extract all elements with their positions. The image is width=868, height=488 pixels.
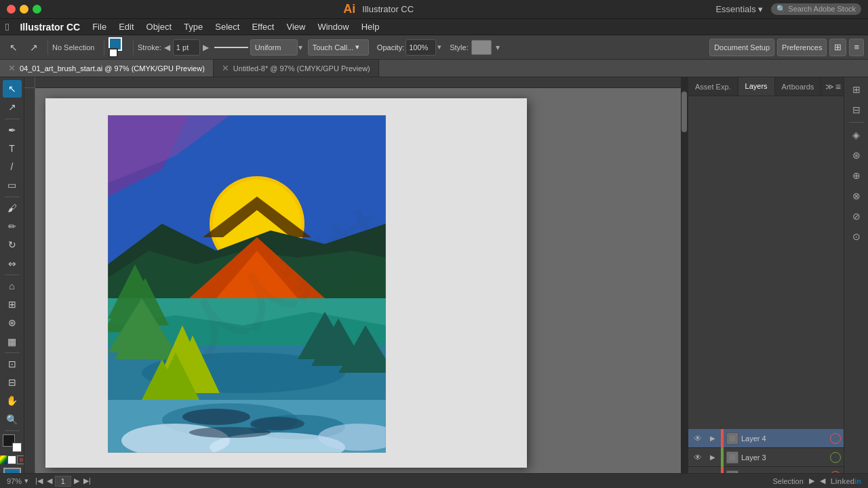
tool-hand[interactable]: ✋ [3, 392, 22, 409]
nav-first[interactable]: |◀ [34, 476, 44, 485]
tool-bar-chart[interactable]: ▦ [3, 332, 22, 350]
tab-artboards[interactable]: Artboards [775, 77, 822, 96]
essentials-label[interactable]: Essentials ▾ [715, 4, 763, 14]
scrollbar-vertical[interactable] [681, 77, 688, 488]
layer-3-visibility[interactable]: 👁 [691, 451, 705, 464]
tool-selection[interactable]: ↖ [3, 80, 22, 98]
tool-direct[interactable]: ↗ [3, 98, 22, 116]
tab-doc2[interactable]: ✕ Untitled-8* @ 97% (CMYK/GPU Preview) [214, 60, 379, 77]
style-label: Style: [450, 43, 469, 52]
search-stock-input[interactable]: 🔍 Search Adobe Stock [771, 3, 861, 15]
panel-toggle-button[interactable]: ≡ [849, 39, 864, 56]
layer-item-3[interactable]: 👁 ▶ Layer 3 [688, 448, 844, 467]
menu-file[interactable]: File [87, 20, 112, 33]
menu-help[interactable]: Help [356, 20, 385, 33]
minimize-button[interactable] [20, 5, 28, 14]
arrange-button[interactable]: ⊞ [829, 39, 846, 56]
right-panel-toggle-2[interactable]: ⊟ [847, 100, 866, 119]
tool-paintbrush[interactable]: 🖌 [3, 199, 22, 217]
svg-point-36 [250, 417, 304, 430]
tool-pencil[interactable]: ✏ [3, 218, 22, 235]
nav-last[interactable]: ▶| [82, 476, 92, 485]
stroke-type-dropdown[interactable]: Uniform [250, 39, 298, 56]
tool-mode-end[interactable]: ◀ [820, 476, 825, 485]
tool-rotate[interactable]: ↻ [3, 236, 22, 253]
document-setup-button[interactable]: Document Setup [709, 39, 774, 56]
artboard-container[interactable]: 人人素材 [35, 88, 688, 488]
menu-view[interactable]: View [281, 20, 311, 33]
menu-illustrator[interactable]: Illustrator CC [14, 20, 85, 34]
tool-pen[interactable]: ✒ [3, 121, 22, 139]
tool-zoom[interactable]: 🔍 [3, 411, 22, 428]
toolbar-direct-select[interactable]: ↗ [24, 38, 43, 57]
toolbox-stroke[interactable] [12, 443, 22, 452]
zoom-value[interactable]: 97% [7, 477, 22, 485]
menu-object[interactable]: Object [141, 20, 178, 33]
right-panel-icon-3[interactable]: ◈ [847, 125, 866, 144]
artboard-number-input[interactable] [55, 476, 71, 487]
right-panel-icon-6[interactable]: ⊗ [847, 186, 866, 205]
none-mode-button[interactable]: ⊘ [17, 455, 24, 464]
style-box[interactable] [471, 40, 492, 55]
panel-overflow-button[interactable]: ≫ [825, 82, 834, 92]
menu-type[interactable]: Type [178, 20, 208, 33]
opacity-arrow[interactable]: ▾ [437, 43, 441, 52]
stroke-arrow-left[interactable]: ◀ [164, 43, 170, 52]
scroll-thumb-v[interactable] [682, 92, 687, 132]
menu-window[interactable]: Window [312, 20, 354, 33]
right-panel-icon-5[interactable]: ⊕ [847, 166, 866, 185]
maximize-button[interactable] [33, 5, 41, 14]
tool-mode-arrow[interactable]: ▶ [809, 476, 814, 485]
layer-4-target[interactable] [830, 433, 841, 444]
style-dropdown-arrow[interactable]: ▾ [496, 43, 500, 52]
nav-prev[interactable]: ◀ [45, 476, 54, 485]
toolbox-fill-stroke[interactable] [3, 434, 22, 452]
tool-line[interactable]: / [3, 158, 22, 176]
tool-type[interactable]: T [3, 140, 22, 157]
close-button[interactable] [7, 5, 16, 14]
tab-layers[interactable]: Layers [738, 77, 775, 96]
menu-select[interactable]: Select [210, 20, 245, 33]
right-panel-icon-4[interactable]: ⊛ [847, 146, 866, 165]
layer-4-visibility[interactable]: 👁 [691, 432, 705, 445]
preferences-button[interactable]: Preferences [777, 39, 827, 56]
layer-4-expand[interactable]: ▶ [707, 433, 718, 444]
panel-menu-button[interactable]: ≡ [835, 81, 841, 92]
color-mode-button[interactable] [0, 455, 7, 464]
nav-next[interactable]: ▶ [73, 476, 81, 485]
tool-artboard[interactable]: ⊡ [3, 355, 22, 373]
layer-item-4[interactable]: 👁 ▶ Layer 4 [688, 429, 844, 448]
layer-3-color-bar [721, 448, 724, 467]
stroke-arrow-right[interactable]: ▶ [203, 43, 209, 52]
status-bar: 97% ▾ |◀ ◀ ▶ ▶| Selection ▶ ◀ Linkedin [0, 473, 868, 488]
layer-3-expand[interactable]: ▶ [707, 452, 718, 463]
touch-type-dropdown[interactable]: Touch Call... ▾ [308, 39, 369, 56]
menu-edit[interactable]: Edit [113, 20, 139, 33]
tool-rect[interactable]: ▭ [3, 176, 22, 194]
tab-close-1[interactable]: ✕ [8, 63, 16, 73]
stroke-color[interactable] [108, 48, 118, 58]
right-panel-icon-7[interactable]: ⊘ [847, 207, 866, 226]
tool-scale[interactable]: ⇔ [3, 254, 22, 272]
zoom-dropdown-arrow[interactable]: ▾ [24, 476, 28, 485]
tool-warp[interactable]: ⌂ [3, 277, 22, 295]
layer-3-target[interactable] [830, 452, 841, 463]
opacity-input[interactable] [406, 39, 436, 56]
menu-effect[interactable]: Effect [246, 20, 279, 33]
tool-free-transform[interactable]: ⊞ [3, 296, 22, 313]
tool-symbol[interactable]: ⊛ [3, 314, 22, 331]
document-tabs: ✕ 04_01_art_brush_start.ai @ 97% (CMYK/G… [0, 60, 868, 77]
tab-asset-explorer[interactable]: Asset Exp. [688, 77, 738, 96]
right-panel-icon-8[interactable]: ⊙ [847, 227, 866, 246]
tool-slice[interactable]: ⊟ [3, 373, 22, 391]
traffic-lights[interactable] [7, 5, 41, 14]
stroke-value-input[interactable] [173, 39, 200, 56]
tab-close-2[interactable]: ✕ [222, 63, 229, 73]
toolbar-select-tool[interactable]: ↖ [4, 38, 23, 57]
apple-icon[interactable]:  [5, 21, 9, 33]
stroke-dropdown-arrow[interactable]: ▾ [298, 43, 302, 52]
canvas-area[interactable]: 人人素材 [24, 77, 688, 488]
right-panel-toggle-1[interactable]: ⊞ [847, 80, 866, 99]
white-mode-button[interactable] [7, 455, 16, 464]
tab-doc1[interactable]: ✕ 04_01_art_brush_start.ai @ 97% (CMYK/G… [0, 60, 214, 77]
